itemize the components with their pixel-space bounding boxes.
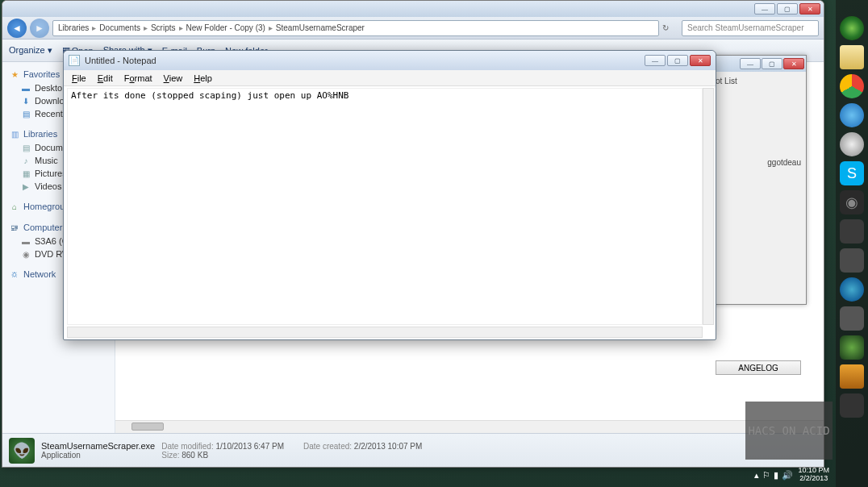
app2-label: ot List	[716, 77, 801, 85]
menu-help[interactable]: Help	[189, 72, 217, 85]
breadcrumb-item[interactable]: SteamUsernameScraper	[276, 23, 365, 32]
picture-icon: ▦	[20, 168, 31, 179]
music-icon: ♪	[20, 155, 31, 166]
drive-icon: ▬	[20, 235, 31, 247]
homegroup-icon: ⌂	[9, 201, 20, 212]
tray-flag-icon[interactable]: ⚐	[762, 470, 770, 481]
computer-icon: 🖳	[9, 222, 20, 233]
explorer-navbar: ◄ ► Libraries▸ Documents▸ Scripts▸ New F…	[2, 17, 824, 40]
menu-edit[interactable]: Edit	[93, 72, 118, 85]
dock-steam-icon[interactable]: ◉	[840, 190, 864, 214]
app2-close-button[interactable]: ✕	[783, 58, 804, 69]
breadcrumb-item[interactable]: Libraries	[58, 23, 89, 32]
dock-app3-icon[interactable]	[840, 306, 864, 331]
notepad-textarea[interactable]: After its done (stopped scaping) just op…	[67, 88, 703, 325]
details-created-label: Date created:	[303, 442, 352, 451]
explorer-close-button[interactable]: ✕	[799, 3, 820, 15]
star-icon: ★	[9, 69, 20, 80]
network-icon: ⛭	[9, 268, 20, 280]
dock-quicktime-icon[interactable]	[840, 277, 864, 302]
dock-app4-icon[interactable]	[840, 393, 864, 418]
details-size-label: Size:	[161, 451, 179, 460]
explorer-minimize-button[interactable]: —	[754, 3, 775, 15]
nav-forward-button[interactable]: ►	[30, 19, 49, 38]
details-pane: 👽 SteamUsernameScraper.exe Application D…	[2, 433, 824, 467]
tray-clock[interactable]: 10:10 PM 2/2/2013	[798, 467, 829, 483]
nav-back-button[interactable]: ◄	[7, 19, 27, 38]
dock-folder-icon[interactable]	[840, 45, 864, 69]
app2-minimize-button[interactable]: —	[740, 58, 761, 69]
notepad-close-button[interactable]: ✕	[690, 55, 711, 66]
app2-maximize-button[interactable]: ▢	[762, 58, 782, 69]
notepad-icon: 📄	[69, 55, 80, 66]
dock-disc-icon[interactable]	[840, 132, 864, 156]
details-modified-label: Date modified:	[161, 442, 213, 451]
notepad-menubar: File Edit Format View Help	[64, 70, 716, 86]
notepad-minimize-button[interactable]: —	[645, 55, 666, 66]
notepad-title: Untitled - Notepad	[85, 56, 645, 65]
refresh-icon[interactable]: ↻	[662, 23, 678, 32]
recent-icon: ▤	[20, 108, 31, 119]
details-modified: 1/10/2013 6:47 PM	[216, 442, 285, 451]
menu-file[interactable]: File	[67, 72, 91, 85]
breadcrumb-item[interactable]: New Folder - Copy (3)	[186, 23, 265, 32]
dvd-icon: ◉	[20, 248, 31, 260]
breadcrumb[interactable]: Libraries▸ Documents▸ Scripts▸ New Folde…	[52, 20, 659, 36]
dock-shield-icon[interactable]	[840, 364, 864, 389]
notepad-hscrollbar[interactable]	[67, 327, 703, 338]
dock-skype-icon[interactable]: S	[840, 161, 864, 185]
notepad-titlebar[interactable]: 📄 Untitled - Notepad — ▢ ✕	[64, 51, 716, 70]
details-size: 860 KB	[182, 451, 208, 460]
details-filetype: Application	[41, 451, 155, 460]
start-orb[interactable]	[840, 16, 864, 40]
notepad-window: 📄 Untitled - Notepad — ▢ ✕ File Edit For…	[63, 50, 716, 340]
doc-icon: ▤	[20, 142, 31, 153]
download-icon: ⬇	[20, 95, 31, 106]
scrollbar-thumb[interactable]	[131, 422, 164, 431]
toolbar-organize[interactable]: Organize ▾	[9, 45, 52, 56]
desktop-icon: ▬	[20, 82, 31, 94]
app2-titlebar[interactable]: — ▢ ✕	[711, 56, 806, 72]
dock-app2-icon[interactable]	[840, 248, 864, 273]
dock-app1-icon[interactable]	[840, 219, 864, 244]
notepad-maximize-button[interactable]: ▢	[667, 55, 688, 66]
content-hscrollbar[interactable]	[115, 420, 824, 433]
breadcrumb-item[interactable]: Scripts	[151, 23, 176, 32]
notepad-vscrollbar[interactable]	[703, 88, 714, 325]
details-created: 2/2/2013 10:07 PM	[354, 442, 423, 451]
explorer-maximize-button[interactable]: ▢	[777, 3, 798, 15]
file-icon: 👽	[9, 438, 35, 464]
tray-date: 2/2/2013	[798, 475, 829, 483]
app2-changelog-button[interactable]: ANGELOG	[716, 360, 801, 375]
video-icon: ▶	[20, 181, 31, 192]
breadcrumb-item[interactable]: Documents	[99, 23, 140, 32]
tray-volume-icon[interactable]: 🔊	[782, 470, 793, 481]
search-input[interactable]: Search SteamUsernameScraper	[682, 20, 819, 36]
desktop-dock: S ◉	[836, 0, 868, 487]
watermark: HACS ON ACID	[745, 402, 833, 460]
desktop: S ◉ — ▢ ✕ ◄ ► Libraries▸ Documents▸ Scri…	[0, 0, 868, 487]
background-app-window: — ▢ ✕ ot List ggotdeau ANGELOG	[710, 55, 807, 305]
dock-green-icon[interactable]	[840, 335, 864, 360]
tray-arrow-icon[interactable]: ▴	[754, 470, 759, 481]
details-filename: SteamUsernameScraper.exe	[41, 441, 155, 451]
dock-ie-icon[interactable]	[840, 103, 864, 127]
menu-format[interactable]: Format	[119, 72, 157, 85]
dock-chrome-icon[interactable]	[840, 74, 864, 98]
system-tray: ▴ ⚐ ▮ 🔊 10:10 PM 2/2/2013	[748, 463, 836, 487]
menu-view[interactable]: View	[159, 72, 188, 85]
app2-text: ggotdeau	[716, 158, 801, 167]
explorer-titlebar[interactable]: — ▢ ✕	[2, 1, 824, 17]
tray-network-icon[interactable]: ▮	[774, 470, 778, 481]
library-icon: ▥	[9, 128, 20, 139]
